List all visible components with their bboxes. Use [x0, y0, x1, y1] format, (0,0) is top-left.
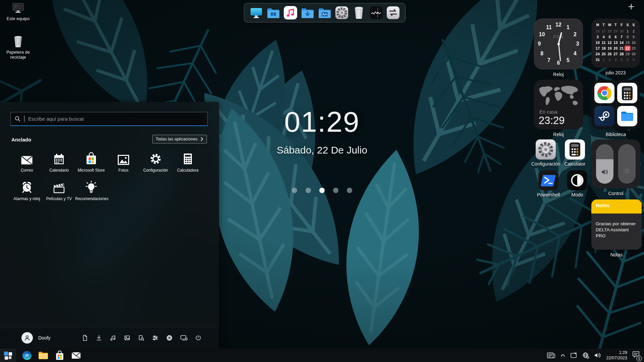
- power-icon[interactable]: [195, 335, 202, 341]
- speaker-icon[interactable]: [594, 352, 601, 358]
- settings-gear-icon[interactable]: [166, 335, 173, 341]
- pinned-section-title: Anclado: [11, 137, 31, 142]
- edge-icon[interactable]: [21, 349, 33, 362]
- activity-monitor-icon[interactable]: [369, 6, 383, 20]
- system-preferences-icon[interactable]: [335, 6, 349, 20]
- pictures-folder-icon[interactable]: [318, 6, 332, 20]
- tray-clock[interactable]: 1:29 22/07/2023: [606, 350, 627, 361]
- notification-center-button[interactable]: 1: [632, 350, 641, 360]
- file-explorer-icon[interactable]: [38, 349, 49, 362]
- security-monitor-icon[interactable]: [180, 335, 187, 341]
- pinned-app-store[interactable]: Microsoft Store: [75, 152, 107, 173]
- shortcut-label: Modo: [563, 192, 592, 197]
- movies-tv-icon: [53, 183, 65, 193]
- store-icon[interactable]: [54, 349, 65, 362]
- system-preferences-icon: [537, 141, 554, 158]
- search-box[interactable]: [10, 112, 208, 126]
- volume-slider[interactable]: [596, 144, 613, 184]
- calendar-day: 28: [607, 28, 613, 34]
- calendar-grid: MTWTFSS262728293012345678910111213141516…: [595, 23, 637, 62]
- brightness-slider[interactable]: [618, 144, 636, 184]
- news-icon[interactable]: [547, 352, 555, 359]
- globe-offline-icon[interactable]: [582, 352, 589, 359]
- calendar-day: 12: [607, 40, 613, 45]
- calendar-day: 13: [613, 40, 619, 45]
- calendar-day-header: T: [613, 23, 619, 28]
- chevron-up-icon[interactable]: [560, 353, 566, 358]
- page-dot[interactable]: [347, 188, 352, 193]
- pinned-app-configuracion[interactable]: Configuración: [140, 152, 172, 173]
- powershell-shortcut[interactable]: Powershell: [534, 170, 563, 197]
- add-widgets-button[interactable]: +: [628, 1, 635, 12]
- calendar-widget[interactable]: MTWTFSS262728293012345678910111213141516…: [591, 19, 640, 75]
- pinned-app-alarmas[interactable]: Alarmas y reloj: [11, 180, 43, 201]
- calendar-icon: [54, 154, 64, 165]
- footer-icons: [82, 335, 202, 341]
- files-icon[interactable]: [617, 106, 637, 126]
- pictures-icon[interactable]: [124, 335, 130, 341]
- settings-shortcut[interactable]: Configuración: [531, 139, 560, 167]
- pinned-app-label: Microsoft Store: [75, 168, 107, 173]
- store-icon: [86, 152, 97, 165]
- clock-numeral: 11: [546, 24, 552, 31]
- clock-numeral: 2: [574, 32, 577, 38]
- calendar-day: 1: [601, 57, 607, 62]
- pinned-app-label: Calculadora: [172, 168, 204, 173]
- search-input[interactable]: [28, 116, 203, 122]
- clock-numeral: 5: [567, 57, 570, 63]
- start-button[interactable]: [0, 349, 16, 362]
- all-apps-button[interactable]: Todas las aplicaciones: [152, 135, 207, 143]
- calendar-day: 26: [595, 28, 601, 34]
- books-folder-icon[interactable]: [266, 6, 280, 20]
- steam-icon[interactable]: [594, 106, 614, 126]
- calendar-day: 28: [619, 51, 625, 57]
- windows-logo-icon: [4, 351, 12, 359]
- document-icon[interactable]: [82, 335, 88, 341]
- calendar-day: 22: [625, 46, 631, 51]
- toggles-icon[interactable]: [386, 6, 400, 20]
- pinned-app-correo[interactable]: Correo: [11, 152, 43, 173]
- pinned-app-recomendaciones[interactable]: Recomendaciones: [75, 180, 107, 201]
- page-dot[interactable]: [306, 188, 311, 193]
- calendar-day: 4: [619, 57, 625, 62]
- world-clock-widget[interactable]: En casa 23:29 Reloj: [534, 80, 583, 137]
- trash-icon[interactable]: [352, 6, 366, 20]
- calendar-day-header: W: [607, 23, 613, 28]
- calendar-day: 14: [619, 40, 625, 45]
- clock-numeral: 9: [538, 41, 541, 47]
- calculator-shortcut[interactable]: Calculator: [560, 139, 589, 167]
- mode-shortcut[interactable]: Modo: [563, 170, 592, 197]
- analog-clock-widget[interactable]: FRA 123456789101112 Reloj: [534, 18, 583, 77]
- mail-icon[interactable]: [70, 349, 82, 362]
- pinned-app-label: Recomendaciones: [75, 196, 107, 201]
- calendar-day: 29: [625, 51, 631, 57]
- pinned-app-fotos[interactable]: Fotos: [107, 152, 140, 173]
- chrome-icon[interactable]: [594, 83, 614, 103]
- notes-widget[interactable]: Notes Gracias por obtener DELTA Assistan…: [591, 199, 642, 257]
- tablet-sync-icon[interactable]: [570, 352, 578, 359]
- shortcut-label: Calculator: [560, 161, 589, 167]
- user-chip[interactable]: Doofy: [21, 332, 51, 344]
- display-icon[interactable]: [249, 6, 263, 20]
- widget-label: Control: [591, 191, 640, 196]
- page-dot[interactable]: [292, 188, 297, 193]
- downloads-icon[interactable]: [96, 335, 102, 341]
- pinned-app-calendario[interactable]: Calendario: [43, 152, 75, 173]
- calendar-day-header: T: [601, 23, 607, 28]
- downloads-folder-icon[interactable]: [301, 6, 315, 20]
- desktop-icon-recycle-bin[interactable]: Papelera de reciclaje: [3, 36, 34, 60]
- calculator-icon[interactable]: [617, 83, 637, 103]
- music-app-icon[interactable]: [283, 6, 298, 20]
- user-name: Doofy: [38, 335, 51, 341]
- sliders-icon[interactable]: [152, 335, 159, 341]
- page-dot[interactable]: [333, 188, 338, 193]
- pinned-app-calculadora[interactable]: Calculadora: [172, 152, 204, 173]
- calendar-day: 26: [607, 51, 613, 57]
- music-icon[interactable]: [110, 335, 116, 341]
- library-search-icon[interactable]: [138, 335, 145, 341]
- pinned-app-peliculas[interactable]: Películas y TV: [43, 180, 75, 201]
- desktop-icon-this-pc[interactable]: Este equipo: [3, 3, 34, 21]
- system-tray: 1:29 22/07/2023 1: [547, 350, 644, 361]
- page-dot[interactable]: [319, 188, 325, 193]
- taskbar: 1:29 22/07/2023 1: [0, 349, 644, 362]
